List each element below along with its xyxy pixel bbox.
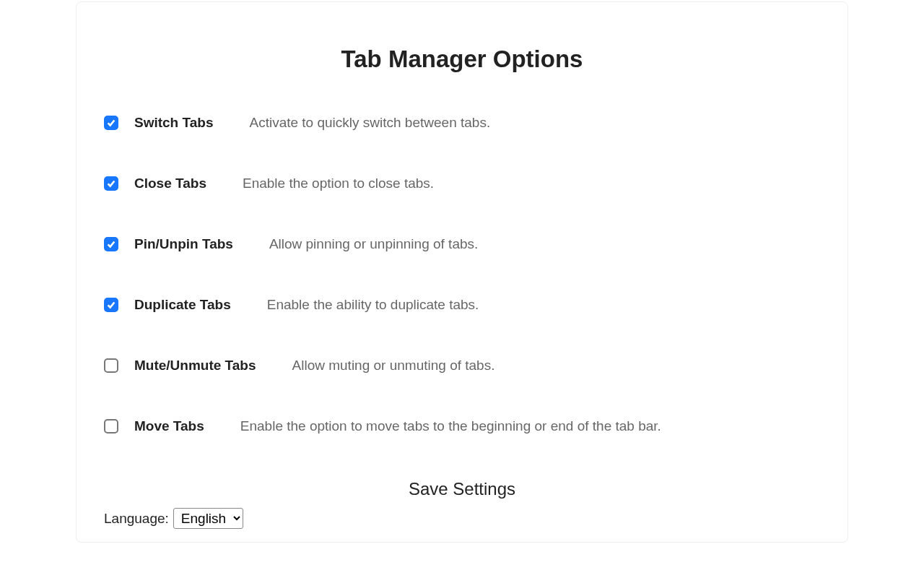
option-desc: Activate to quickly switch between tabs. <box>249 115 490 131</box>
language-select[interactable]: English <box>173 508 243 529</box>
language-row: Language: English <box>104 508 820 529</box>
option-desc: Enable the option to close tabs. <box>243 176 434 191</box>
option-label: Move Tabs <box>134 418 204 434</box>
option-desc: Enable the option to move tabs to the be… <box>240 418 661 434</box>
checkbox-close-tabs[interactable] <box>104 176 118 191</box>
option-label: Pin/Unpin Tabs <box>134 236 233 252</box>
page-title: Tab Manager Options <box>104 46 820 73</box>
option-desc: Allow pinning or unpinning of tabs. <box>269 236 478 252</box>
option-desc: Enable the ability to duplicate tabs. <box>267 297 479 313</box>
option-duplicate-tabs: Duplicate Tabs Enable the ability to dup… <box>104 297 820 313</box>
check-icon <box>106 178 116 189</box>
option-switch-tabs: Switch Tabs Activate to quickly switch b… <box>104 115 820 131</box>
checkbox-duplicate-tabs[interactable] <box>104 298 118 312</box>
option-move-tabs: Move Tabs Enable the option to move tabs… <box>104 418 820 434</box>
checkbox-switch-tabs[interactable] <box>104 116 118 130</box>
option-label: Mute/Unmute Tabs <box>134 358 256 374</box>
option-desc: Allow muting or unmuting of tabs. <box>292 358 495 374</box>
language-label: Language: <box>104 511 169 527</box>
option-pin-unpin-tabs: Pin/Unpin Tabs Allow pinning or unpinnin… <box>104 236 820 252</box>
checkbox-pin-unpin-tabs[interactable] <box>104 237 118 251</box>
option-label: Close Tabs <box>134 176 206 191</box>
check-icon <box>106 118 116 128</box>
check-icon <box>106 300 116 310</box>
checkbox-mute-unmute-tabs[interactable] <box>104 358 118 373</box>
save-settings-button[interactable]: Save Settings <box>104 479 820 499</box>
option-label: Switch Tabs <box>134 115 213 131</box>
checkbox-move-tabs[interactable] <box>104 419 118 434</box>
option-mute-unmute-tabs: Mute/Unmute Tabs Allow muting or unmutin… <box>104 358 820 374</box>
check-icon <box>106 239 116 249</box>
options-card: Tab Manager Options Switch Tabs Activate… <box>76 1 848 543</box>
option-label: Duplicate Tabs <box>134 297 231 313</box>
option-close-tabs: Close Tabs Enable the option to close ta… <box>104 176 820 191</box>
